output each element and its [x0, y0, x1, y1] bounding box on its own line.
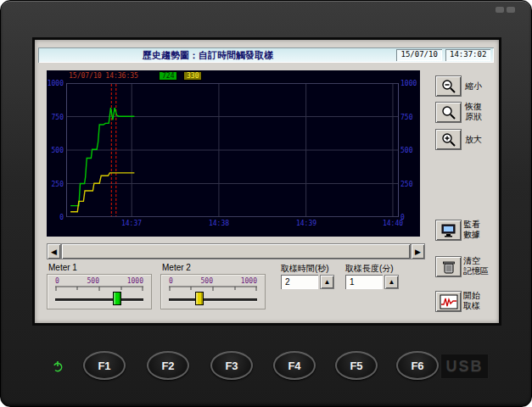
label-line: 恢復: [465, 102, 482, 112]
meter-1-slider-group: 0 500 1000: [47, 274, 152, 309]
time-display: 14:37:02: [445, 49, 490, 61]
y-tick-label: 750: [400, 114, 419, 121]
scrollbar-thumb[interactable]: [61, 243, 411, 259]
trash-icon: [441, 259, 456, 275]
meter-2-slider: [169, 291, 257, 307]
x-tick-label: 14:39: [294, 220, 318, 227]
y-tick-label: 250: [47, 181, 64, 188]
trend-scrollbar: ◀ ▶: [47, 243, 425, 259]
zoom-in-button[interactable]: [435, 129, 462, 150]
meter-1-scale: 0 500 1000: [55, 277, 143, 285]
magnifier-plus-icon: [440, 132, 457, 148]
watch-data-button[interactable]: [435, 220, 462, 241]
scroll-left-button[interactable]: ◀: [47, 243, 61, 259]
scale-min: 0: [55, 277, 59, 285]
y-tick-label: 500: [400, 147, 419, 154]
y-tick-label: 750: [47, 114, 64, 121]
x-tick-label: 14:40: [381, 220, 405, 227]
scale-max: 1000: [241, 277, 257, 285]
fkey-f5[interactable]: F5: [335, 351, 378, 380]
sampling-length-spinner-up[interactable]: ▲: [384, 275, 399, 289]
start-sampling-button[interactable]: [435, 291, 462, 312]
x-tick-label: 14:38: [207, 220, 231, 227]
sampling-time-label: 取樣時間(秒): [281, 263, 329, 275]
clear-memory-label: 清空 記憶區: [463, 256, 489, 276]
y-tick-label: 250: [400, 181, 419, 188]
trend-plot-area[interactable]: [66, 83, 399, 217]
page-title: 歷史趨勢圖：自訂時間觸發取樣: [38, 49, 378, 62]
watch-data-label: 監看 數據: [463, 220, 480, 240]
magnifier-icon: [440, 105, 457, 120]
scale-max: 1000: [127, 277, 143, 285]
fkey-f2[interactable]: F2: [147, 351, 189, 380]
date-display: 15/07/10: [396, 49, 442, 61]
zoom-out-label: 縮小: [465, 81, 482, 92]
hmi-device-bezel: 歷史趨勢圖：自訂時間觸發取樣 15/07/10 14:37:02 15/07/1…: [0, 0, 532, 407]
label-line: 數據: [463, 230, 480, 240]
scroll-right-button[interactable]: ▶: [411, 243, 425, 259]
meter-1-slider-handle[interactable]: [113, 292, 121, 305]
trend-chart[interactable]: 15/07/10 14:36:35 724 330 02505007501000…: [47, 70, 420, 237]
cursor-value-meter-2: 330: [183, 71, 202, 81]
label-line: 原狀: [465, 112, 482, 122]
fkey-f3[interactable]: F3: [210, 351, 253, 380]
restore-button[interactable]: [435, 102, 462, 123]
waveform-icon: [440, 294, 458, 309]
bezel-vent-icon: [496, 7, 504, 13]
y-tick-label: 1000: [400, 80, 419, 87]
restore-label: 恢復 原狀: [465, 102, 482, 122]
cursor-timestamp: 15/07/10 14:36:35: [69, 72, 138, 80]
fkey-f4[interactable]: F4: [273, 351, 316, 380]
scale-mid: 500: [201, 277, 213, 285]
label-line: 監看: [463, 220, 480, 230]
label-line: 縮小: [465, 81, 482, 92]
meter-1-slider: [55, 291, 143, 307]
fkey-f1[interactable]: F1: [83, 351, 126, 380]
label-line: 記憶區: [463, 266, 489, 276]
label-line: 取樣: [463, 301, 480, 311]
hmi-screen: 歷史趨勢圖：自訂時間觸發取樣 15/07/10 14:37:02 15/07/1…: [35, 40, 499, 323]
power-led-icon: [52, 360, 64, 372]
meter-2-slider-group: 0 500 1000: [160, 274, 266, 309]
meter-1-label: Meter 1: [48, 263, 77, 272]
y-tick-label: 500: [47, 147, 64, 154]
y-tick-label: 1000: [47, 80, 64, 87]
bezel-vent-icon: [507, 7, 515, 13]
usb-port-label: USB: [440, 354, 489, 379]
sampling-time-input[interactable]: 2: [281, 275, 318, 289]
sampling-length-label: 取樣長度(分): [345, 263, 394, 275]
x-tick-label: 14:37: [120, 220, 143, 227]
meter-2-scale: 0 500 1000: [169, 277, 257, 285]
slider-track[interactable]: [169, 298, 257, 301]
clear-memory-button[interactable]: [435, 256, 462, 277]
scale-mid: 500: [87, 277, 99, 285]
meter-2-label: Meter 2: [162, 263, 191, 272]
scale-min: 0: [169, 277, 173, 285]
label-line: 放大: [465, 135, 482, 145]
magnifier-minus-icon: [440, 79, 457, 94]
start-sampling-label: 開始 取樣: [463, 291, 480, 311]
zoom-in-label: 放大: [465, 135, 482, 145]
meter-2-slider-handle[interactable]: [195, 292, 204, 305]
slider-track[interactable]: [55, 298, 143, 301]
monitor-icon: [440, 223, 457, 238]
cursor-value-meter-1: 724: [159, 71, 177, 81]
zoom-out-button[interactable]: [435, 75, 462, 97]
trend-plot[interactable]: [66, 83, 399, 217]
y-tick-label: 0: [47, 214, 64, 221]
label-line: 開始: [463, 291, 480, 301]
label-line: 清空: [463, 256, 489, 266]
fkey-f6[interactable]: F6: [396, 351, 439, 380]
sampling-time-spinner-up[interactable]: ▲: [320, 275, 334, 289]
titlebar: 歷史趨勢圖：自訂時間觸發取樣 15/07/10 14:37:02: [38, 47, 494, 63]
sampling-length-input[interactable]: 1: [345, 275, 383, 289]
